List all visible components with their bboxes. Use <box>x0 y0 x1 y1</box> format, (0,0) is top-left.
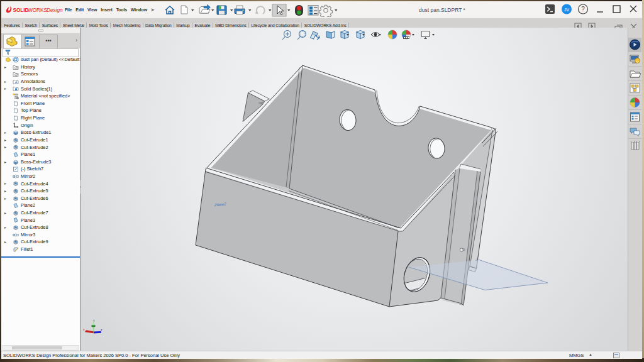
svg-text:A: A <box>15 80 18 84</box>
svg-text:?: ? <box>581 6 585 13</box>
svg-text:JV: JV <box>564 8 570 12</box>
svg-text:Design: Design <box>47 8 63 13</box>
svg-text:SOLID: SOLID <box>13 8 29 13</box>
svg-text:WORKS: WORKS <box>28 8 47 13</box>
